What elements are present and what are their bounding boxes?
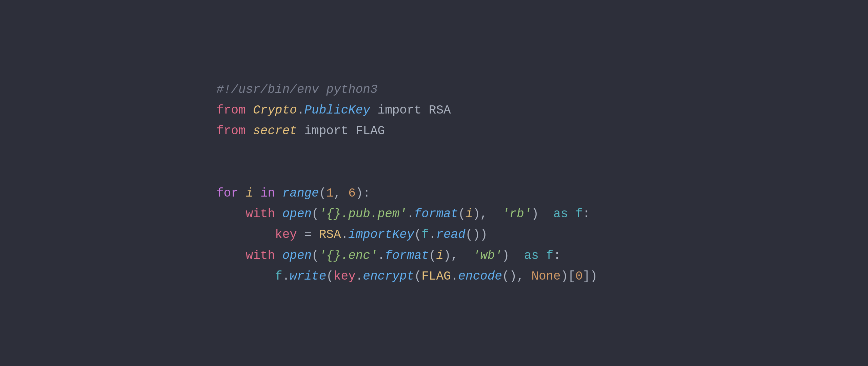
line-import1: from Crypto.PublicKey import RSA <box>216 100 597 121</box>
line-key-assign: key = RSA.importKey(f.read()) <box>216 224 597 245</box>
line-for: for i in range(1, 6): <box>216 183 597 204</box>
line-with2: with open('{}.enc'.format(i), 'wb') as f… <box>216 245 597 266</box>
line-with1: with open('{}.pub.pem'.format(i), 'rb') … <box>216 204 597 224</box>
blank-line-1 <box>216 142 597 162</box>
code-block: #!/usr/bin/env python3 from Crypto.Publi… <box>189 59 625 307</box>
line-shebang: #!/usr/bin/env python3 <box>216 79 597 100</box>
line-import2: from secret import FLAG <box>216 121 597 141</box>
blank-line-2 <box>216 162 597 183</box>
line-fwrite: f.write(key.encrypt(FLAG.encode(), None)… <box>216 266 597 287</box>
